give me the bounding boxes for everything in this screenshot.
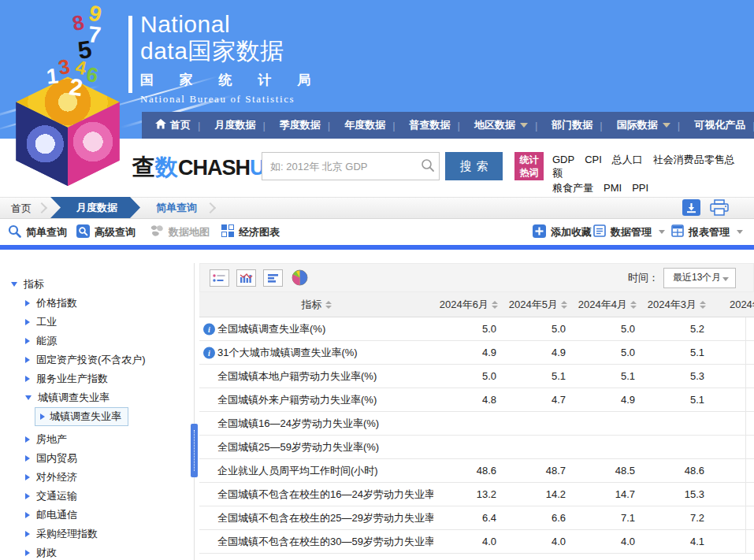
site-logo: National data国家数据 国 家 统 计 局 National Bur…: [140, 11, 310, 106]
tree-item-real-estate[interactable]: 房地产: [0, 430, 194, 449]
value-cell: 5.1: [641, 347, 711, 358]
tree-item-foreign-economy[interactable]: 对外经济: [0, 468, 194, 487]
search-input[interactable]: [262, 152, 440, 180]
hot-word-population[interactable]: 总人口: [612, 154, 643, 165]
bar-chart-button[interactable]: [263, 269, 283, 287]
nav-item-regional[interactable]: 地区数据: [458, 118, 535, 132]
table-row[interactable]: 企业就业人员周平均工作时间(小时) 48.6 48.7 48.5 48.6: [199, 459, 754, 483]
value-cell: 7.1: [572, 512, 641, 524]
triangle-right-icon: [40, 414, 45, 420]
indicator-cell: 全国城镇25—59岁劳动力失业率(%): [199, 440, 433, 454]
tree-item-domestic-trade[interactable]: 国内贸易: [0, 449, 194, 468]
simple-query-tab[interactable]: 简单查询: [8, 219, 67, 245]
table-row[interactable]: 全国城镇调查失业率(%) 5.0 5.0 5.0 5.2: [199, 317, 754, 341]
nav-item-home[interactable]: 首页: [148, 118, 198, 132]
info-icon[interactable]: [203, 347, 215, 358]
column-header-month[interactable]: 2024年2月: [711, 292, 754, 317]
splitter-handle[interactable]: [191, 424, 198, 477]
tree-item-pmi[interactable]: 采购经理指数: [0, 525, 194, 543]
chevron-down-icon: [722, 277, 729, 281]
table-row[interactable]: 31个大城市城镇调查失业率(%) 4.9 4.9 5.0 5.1: [199, 341, 754, 365]
download-button[interactable]: [682, 199, 700, 216]
breadcrumb-current[interactable]: 月度数据: [50, 197, 140, 218]
info-icon[interactable]: [203, 323, 215, 335]
column-header-month[interactable]: 2024年3月: [641, 292, 711, 317]
charts-icon: [221, 224, 234, 239]
triangle-right-icon: [25, 550, 30, 556]
nav-item-annual[interactable]: 年度数据: [328, 118, 392, 132]
value-cell: 4.0: [572, 536, 641, 547]
table-row[interactable]: 全国城镇16—24岁劳动力失业率(%): [199, 412, 754, 436]
hot-words-badge: 统计热词: [514, 152, 544, 180]
tree-item-price-index[interactable]: 价格指数: [0, 294, 194, 313]
tree-root-indicators[interactable]: 指标: [0, 275, 194, 294]
column-header-indicator[interactable]: 指标: [199, 292, 433, 317]
chevron-down-icon: [659, 230, 665, 234]
value-cell: 15.3: [641, 488, 711, 500]
indicator-cell: 全国城镇本地户籍劳动力失业率(%): [199, 369, 433, 384]
tree-item-post-telecom[interactable]: 邮电通信: [0, 506, 194, 525]
table-row[interactable]: 全国城镇不包含在校生的25—29岁劳动力失业率(%) 6.4 6.6 7.1 7…: [199, 506, 754, 530]
nav-item-census[interactable]: 普查数据: [392, 118, 457, 132]
tree-item-urban-unemployment-child-selected[interactable]: 城镇调查失业率: [35, 407, 128, 426]
hot-word-pmi[interactable]: PMI: [604, 182, 622, 194]
table-row[interactable]: 全国城镇本地户籍劳动力失业率(%) 5.0 5.1 5.1 5.3: [199, 365, 754, 388]
value-cell: 4.0: [503, 536, 572, 547]
value-cell: 5.0: [433, 323, 503, 335]
nav-item-quarterly[interactable]: 季度数据: [262, 118, 327, 132]
hot-word-cpi[interactable]: CPI: [585, 154, 602, 165]
document-icon: [593, 224, 606, 239]
column-header-month[interactable]: 2024年4月: [572, 292, 641, 317]
value-cell: 5.1: [641, 394, 711, 406]
time-range-select[interactable]: 最近13个月: [663, 268, 736, 288]
table-right-border: [745, 317, 746, 554]
breadcrumb-home[interactable]: 首页: [11, 198, 32, 219]
hot-word-grain[interactable]: 粮食产量: [552, 182, 593, 194]
tree-item-fiscal[interactable]: 财政: [0, 543, 194, 560]
nav-item-monthly[interactable]: 月度数据: [198, 118, 262, 132]
report-manage-menu[interactable]: 报表管理: [671, 219, 743, 245]
add-favorite-button[interactable]: 添加收藏: [533, 219, 592, 245]
value-cell: 6.4: [433, 512, 503, 524]
nav-item-international[interactable]: 国际数据: [600, 118, 677, 132]
value-cell: 14.2: [503, 488, 572, 500]
chevron-down-icon: [663, 123, 670, 128]
table-row[interactable]: 全国城镇不包含在校生的30—59岁劳动力失业率(%) 4.0 4.0 4.0 4…: [199, 530, 754, 554]
tree-item-services-production[interactable]: 服务业生产指数: [0, 369, 194, 388]
indicator-cell: 31个大城市城镇调查失业率(%): [199, 346, 433, 360]
triangle-right-icon: [25, 376, 30, 382]
column-chart-button[interactable]: [236, 269, 256, 287]
table-row[interactable]: 全国城镇不包含在校生的16—24岁劳动力失业率(%) 13.2 14.2 14.…: [199, 483, 754, 506]
data-manage-menu[interactable]: 数据管理: [593, 219, 665, 245]
tree-item-energy[interactable]: 能源: [0, 332, 194, 350]
hot-words-line2: 粮食产量PMIPPI: [552, 181, 754, 195]
tree-item-urban-unemployment[interactable]: 城镇调查失业率: [0, 388, 194, 407]
magnifier-icon: [8, 224, 21, 240]
value-cell: 4.8: [433, 394, 503, 406]
hot-word-gdp[interactable]: GDP: [552, 154, 574, 165]
column-header-month[interactable]: 2024年5月: [503, 292, 572, 317]
triangle-right-icon: [25, 493, 30, 499]
nav-item-departmental[interactable]: 部门数据: [535, 118, 600, 132]
list-view-button[interactable]: [210, 269, 229, 287]
nav-item-visualization[interactable]: 可视化产品: [678, 118, 752, 132]
table-row[interactable]: 全国城镇25—59岁劳动力失业率(%): [199, 436, 754, 459]
print-button[interactable]: [709, 199, 730, 216]
sort-icon: [325, 301, 332, 309]
hot-word-retail[interactable]: 社会消费品零售总额: [552, 154, 735, 179]
indicator-cell: 全国城镇调查失业率(%): [199, 322, 433, 336]
tree-item-transportation[interactable]: 交通运输: [0, 487, 194, 506]
search-button[interactable]: 搜索: [445, 152, 503, 180]
hot-word-ppi[interactable]: PPI: [632, 182, 648, 194]
value-cell: 48.5: [572, 465, 641, 477]
indicator-cell: 全国城镇外来户籍劳动力失业率(%): [199, 393, 433, 407]
advanced-query-tab[interactable]: 高级查询: [76, 219, 136, 245]
tree-item-fixed-asset-investment[interactable]: 固定资产投资(不含农户): [0, 350, 194, 369]
pie-chart-button[interactable]: [290, 269, 310, 287]
breadcrumb-sub[interactable]: 简单查询: [156, 197, 197, 218]
econ-charts-tab[interactable]: 经济图表: [221, 219, 280, 245]
tree-item-industry[interactable]: 工业: [0, 313, 194, 332]
column-header-month[interactable]: 2024年6月: [433, 292, 503, 317]
indicator-cell: 全国城镇不包含在校生的30—59岁劳动力失业率(%): [199, 535, 433, 549]
table-row[interactable]: 全国城镇外来户籍劳动力失业率(%) 4.8 4.7 4.9 5.1: [199, 388, 754, 412]
